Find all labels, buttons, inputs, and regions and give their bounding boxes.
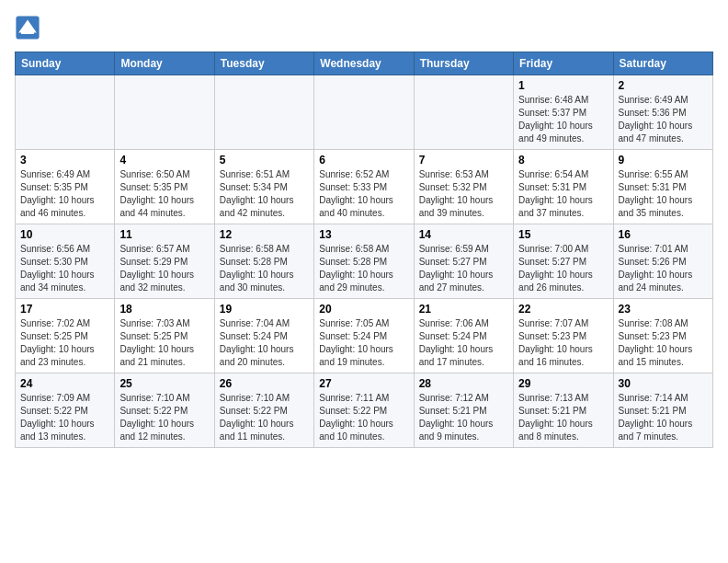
calendar-cell: 22Sunrise: 7:07 AM Sunset: 5:23 PM Dayli…: [514, 299, 613, 373]
day-number: 30: [619, 377, 708, 390]
day-info: Sunrise: 6:53 AM Sunset: 5:32 PM Dayligh…: [419, 168, 508, 220]
day-info: Sunrise: 6:48 AM Sunset: 5:37 PM Dayligh…: [518, 94, 608, 145]
day-number: 25: [119, 377, 209, 390]
day-info: Sunrise: 6:58 AM Sunset: 5:28 PM Dayligh…: [319, 243, 408, 294]
day-number: 28: [419, 377, 508, 390]
day-info: Sunrise: 6:54 AM Sunset: 5:31 PM Dayligh…: [518, 168, 608, 220]
day-number: 19: [220, 303, 309, 316]
day-number: 13: [319, 228, 408, 241]
calendar-cell: [115, 75, 214, 150]
day-info: Sunrise: 7:06 AM Sunset: 5:24 PM Dayligh…: [419, 317, 508, 369]
day-number: 2: [619, 79, 708, 92]
day-info: Sunrise: 7:02 AM Sunset: 5:25 PM Dayligh…: [20, 317, 109, 369]
day-number: 10: [20, 228, 109, 241]
calendar-table: SundayMondayTuesdayWednesdayThursdayFrid…: [15, 52, 713, 448]
day-info: Sunrise: 7:08 AM Sunset: 5:23 PM Dayligh…: [619, 317, 708, 369]
day-number: 4: [119, 154, 209, 167]
day-info: Sunrise: 6:49 AM Sunset: 5:36 PM Dayligh…: [619, 94, 708, 145]
weekday-header-row: SundayMondayTuesdayWednesdayThursdayFrid…: [16, 52, 713, 75]
day-info: Sunrise: 7:09 AM Sunset: 5:22 PM Dayligh…: [20, 392, 109, 443]
day-number: 22: [518, 303, 608, 316]
calendar-row-2: 3Sunrise: 6:49 AM Sunset: 5:35 PM Daylig…: [16, 150, 713, 224]
calendar-cell: 3Sunrise: 6:49 AM Sunset: 5:35 PM Daylig…: [16, 150, 115, 224]
day-number: 11: [119, 228, 209, 241]
day-number: 21: [419, 303, 508, 316]
calendar-cell: 14Sunrise: 6:59 AM Sunset: 5:27 PM Dayli…: [414, 224, 513, 299]
calendar-cell: 2Sunrise: 6:49 AM Sunset: 5:36 PM Daylig…: [613, 75, 712, 150]
day-info: Sunrise: 7:01 AM Sunset: 5:26 PM Dayligh…: [619, 243, 708, 294]
day-info: Sunrise: 7:11 AM Sunset: 5:22 PM Dayligh…: [319, 392, 408, 443]
day-number: 26: [220, 377, 309, 390]
day-info: Sunrise: 6:59 AM Sunset: 5:27 PM Dayligh…: [419, 243, 508, 294]
calendar-row-3: 10Sunrise: 6:56 AM Sunset: 5:30 PM Dayli…: [16, 224, 713, 299]
day-number: 15: [518, 228, 608, 241]
day-number: 27: [319, 377, 408, 390]
day-info: Sunrise: 6:49 AM Sunset: 5:35 PM Dayligh…: [20, 168, 109, 220]
day-number: 29: [518, 377, 608, 390]
calendar-cell: 9Sunrise: 6:55 AM Sunset: 5:31 PM Daylig…: [613, 150, 712, 224]
calendar-cell: 4Sunrise: 6:50 AM Sunset: 5:35 PM Daylig…: [115, 150, 214, 224]
day-info: Sunrise: 7:07 AM Sunset: 5:23 PM Dayligh…: [518, 317, 608, 369]
calendar-cell: 1Sunrise: 6:48 AM Sunset: 5:37 PM Daylig…: [514, 75, 613, 150]
calendar-row-1: 1Sunrise: 6:48 AM Sunset: 5:37 PM Daylig…: [16, 75, 713, 150]
day-info: Sunrise: 6:50 AM Sunset: 5:35 PM Dayligh…: [119, 168, 209, 220]
calendar-cell: [214, 75, 313, 150]
calendar-cell: 11Sunrise: 6:57 AM Sunset: 5:29 PM Dayli…: [115, 224, 214, 299]
day-number: 23: [619, 303, 708, 316]
day-number: 6: [319, 154, 408, 167]
day-info: Sunrise: 7:03 AM Sunset: 5:25 PM Dayligh…: [119, 317, 209, 369]
calendar-row-4: 17Sunrise: 7:02 AM Sunset: 5:25 PM Dayli…: [16, 299, 713, 373]
calendar-cell: 20Sunrise: 7:05 AM Sunset: 5:24 PM Dayli…: [314, 299, 414, 373]
calendar-cell: 24Sunrise: 7:09 AM Sunset: 5:22 PM Dayli…: [16, 373, 115, 448]
day-info: Sunrise: 7:14 AM Sunset: 5:21 PM Dayligh…: [619, 392, 708, 443]
calendar-cell: 29Sunrise: 7:13 AM Sunset: 5:21 PM Dayli…: [514, 373, 613, 448]
calendar-cell: 10Sunrise: 6:56 AM Sunset: 5:30 PM Dayli…: [16, 224, 115, 299]
day-number: 8: [518, 154, 608, 167]
day-info: Sunrise: 7:12 AM Sunset: 5:21 PM Dayligh…: [419, 392, 508, 443]
day-info: Sunrise: 6:52 AM Sunset: 5:33 PM Dayligh…: [319, 168, 408, 220]
day-number: 5: [220, 154, 309, 167]
weekday-header-thursday: Thursday: [414, 52, 513, 75]
day-number: 18: [119, 303, 209, 316]
weekday-header-tuesday: Tuesday: [214, 52, 313, 75]
weekday-header-sunday: Sunday: [16, 52, 115, 75]
day-number: 16: [619, 228, 708, 241]
day-info: Sunrise: 6:56 AM Sunset: 5:30 PM Dayligh…: [20, 243, 109, 294]
day-info: Sunrise: 7:05 AM Sunset: 5:24 PM Dayligh…: [319, 317, 408, 369]
day-info: Sunrise: 6:55 AM Sunset: 5:31 PM Dayligh…: [619, 168, 708, 220]
calendar-cell: 28Sunrise: 7:12 AM Sunset: 5:21 PM Dayli…: [414, 373, 513, 448]
svg-rect-2: [21, 31, 34, 34]
calendar-cell: 30Sunrise: 7:14 AM Sunset: 5:21 PM Dayli…: [613, 373, 712, 448]
calendar-cell: 7Sunrise: 6:53 AM Sunset: 5:32 PM Daylig…: [414, 150, 513, 224]
day-number: 24: [20, 377, 109, 390]
logo-icon: [15, 15, 40, 40]
calendar-cell: 19Sunrise: 7:04 AM Sunset: 5:24 PM Dayli…: [214, 299, 313, 373]
calendar-cell: 18Sunrise: 7:03 AM Sunset: 5:25 PM Dayli…: [115, 299, 214, 373]
logo: [15, 15, 44, 40]
day-info: Sunrise: 7:10 AM Sunset: 5:22 PM Dayligh…: [220, 392, 309, 443]
day-info: Sunrise: 6:57 AM Sunset: 5:29 PM Dayligh…: [119, 243, 209, 294]
day-number: 17: [20, 303, 109, 316]
day-number: 12: [220, 228, 309, 241]
weekday-header-wednesday: Wednesday: [314, 52, 414, 75]
calendar-cell: 13Sunrise: 6:58 AM Sunset: 5:28 PM Dayli…: [314, 224, 414, 299]
calendar-cell: 16Sunrise: 7:01 AM Sunset: 5:26 PM Dayli…: [613, 224, 712, 299]
day-number: 1: [518, 79, 608, 92]
day-info: Sunrise: 7:13 AM Sunset: 5:21 PM Dayligh…: [518, 392, 608, 443]
day-number: 7: [419, 154, 508, 167]
weekday-header-friday: Friday: [514, 52, 613, 75]
calendar-cell: 12Sunrise: 6:58 AM Sunset: 5:28 PM Dayli…: [214, 224, 313, 299]
calendar-cell: 23Sunrise: 7:08 AM Sunset: 5:23 PM Dayli…: [613, 299, 712, 373]
calendar-cell: [314, 75, 414, 150]
weekday-header-saturday: Saturday: [613, 52, 712, 75]
day-info: Sunrise: 6:51 AM Sunset: 5:34 PM Dayligh…: [220, 168, 309, 220]
day-info: Sunrise: 7:00 AM Sunset: 5:27 PM Dayligh…: [518, 243, 608, 294]
day-number: 20: [319, 303, 408, 316]
weekday-header-monday: Monday: [115, 52, 214, 75]
day-info: Sunrise: 7:10 AM Sunset: 5:22 PM Dayligh…: [119, 392, 209, 443]
day-number: 3: [20, 154, 109, 167]
calendar-cell: 21Sunrise: 7:06 AM Sunset: 5:24 PM Dayli…: [414, 299, 513, 373]
calendar-cell: 15Sunrise: 7:00 AM Sunset: 5:27 PM Dayli…: [514, 224, 613, 299]
calendar-cell: 27Sunrise: 7:11 AM Sunset: 5:22 PM Dayli…: [314, 373, 414, 448]
calendar-cell: 8Sunrise: 6:54 AM Sunset: 5:31 PM Daylig…: [514, 150, 613, 224]
